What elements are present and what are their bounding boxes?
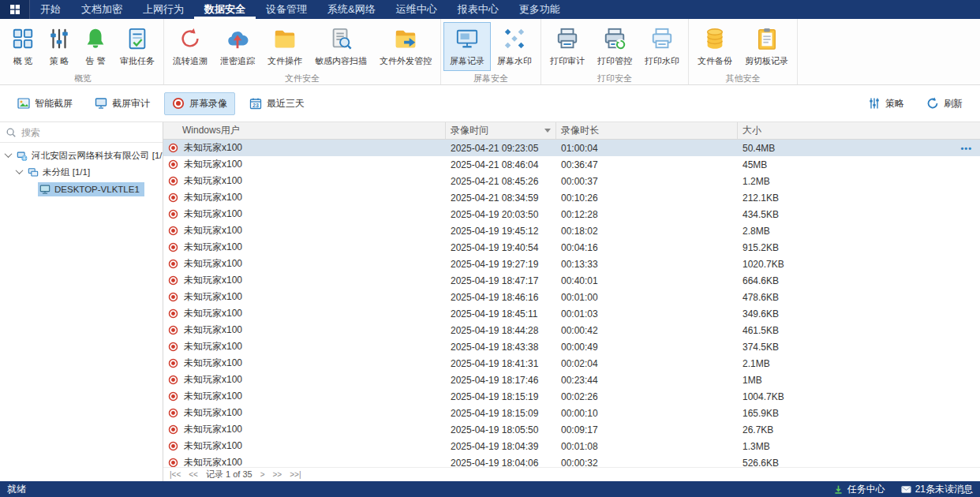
- table-row[interactable]: 未知玩家x100 2025-04-19 19:27:19 00:13:33 10…: [163, 256, 980, 272]
- table-row[interactable]: 未知玩家x100 2025-04-19 18:41:31 00:02:04 2.…: [163, 355, 980, 372]
- unread-messages-button[interactable]: 21条未读消息: [901, 483, 973, 496]
- next-page-button[interactable]: >: [260, 470, 265, 479]
- row-user: 未知玩家x100: [184, 456, 242, 467]
- last-page-button[interactable]: >>|: [290, 470, 301, 479]
- menubar-item[interactable]: 上网行为: [133, 0, 194, 19]
- row-duration: 00:36:47: [556, 159, 738, 170]
- ribbon-clipboard-record-button[interactable]: 剪切板记录: [739, 22, 795, 71]
- row-duration: 00:02:04: [556, 358, 738, 369]
- table-row[interactable]: 未知玩家x100 2025-04-19 18:17:46 00:23:44 1M…: [163, 372, 980, 388]
- task-center-button[interactable]: 任务中心: [833, 483, 885, 496]
- table-row[interactable]: 未知玩家x100 2025-04-19 18:15:09 00:00:10 16…: [163, 405, 980, 421]
- capture-audit-button[interactable]: 截屏审计: [87, 92, 158, 115]
- ribbon-alert-button[interactable]: 告 警: [77, 22, 114, 71]
- next2-page-button[interactable]: >>: [273, 470, 282, 479]
- menubar-item[interactable]: 设备管理: [256, 0, 317, 19]
- refresh-button[interactable]: 刷新: [918, 92, 971, 115]
- row-duration: 00:01:03: [556, 308, 738, 320]
- menubar-item[interactable]: 文档加密: [71, 0, 133, 19]
- row-size: 45MB: [742, 159, 767, 170]
- ribbon-leak-tracking-button[interactable]: 泄密追踪: [214, 22, 261, 71]
- first-page-button[interactable]: |<<: [170, 470, 181, 479]
- ribbon-file-outgoing-button[interactable]: 文件外发管控: [373, 22, 438, 71]
- table-row[interactable]: 未知玩家x100 2025-04-19 18:05:50 00:09:17 26…: [163, 421, 980, 438]
- ribbon-flow-trace-button[interactable]: 流转追溯: [166, 22, 214, 71]
- recordings-panel: Windows用户 录像时间 录像时长 大小 未知玩家x100 2025-04-…: [163, 122, 980, 481]
- menubar-item[interactable]: 数据安全: [194, 0, 256, 19]
- row-user: 未知玩家x100: [184, 390, 242, 403]
- row-time: 2025-04-19 18:04:39: [446, 441, 556, 452]
- ribbon-screen-record-button[interactable]: 屏幕记录: [443, 22, 491, 71]
- table-row[interactable]: 未知玩家x100 2025-04-21 08:34:59 00:10:26 21…: [163, 189, 980, 206]
- row-user-cell: 未知玩家x100: [163, 241, 446, 254]
- table-row[interactable]: 未知玩家x100 2025-04-19 18:46:16 00:01:00 47…: [163, 289, 980, 305]
- row-duration: 00:23:44: [556, 375, 738, 386]
- table-row[interactable]: 未知玩家x100 2025-04-19 19:40:54 00:04:16 91…: [163, 239, 980, 256]
- row-size: 664.6KB: [742, 275, 779, 286]
- record-icon: [168, 458, 178, 467]
- menubar-item[interactable]: 运维中心: [386, 0, 447, 19]
- recent-days-button[interactable]: 23最近三天: [241, 92, 312, 115]
- chevron-down-icon[interactable]: [5, 150, 13, 158]
- prev-page-button[interactable]: <<: [189, 470, 198, 479]
- row-size: 526.6KB: [742, 458, 779, 468]
- table-row[interactable]: 未知玩家x100 2025-04-19 19:45:12 00:18:02 2.…: [163, 222, 980, 239]
- row-user: 未知玩家x100: [184, 141, 242, 155]
- menubar-item[interactable]: 系统&网络: [317, 0, 386, 19]
- row-time: 2025-04-19 18:41:31: [446, 358, 556, 369]
- menubar-item[interactable]: 开始: [30, 0, 71, 19]
- table-row[interactable]: 未知玩家x100 2025-04-19 18:43:38 00:00:49 37…: [163, 338, 980, 355]
- ribbon-sensitive-scan-button[interactable]: 敏感内容扫描: [309, 22, 373, 71]
- table-row[interactable]: 未知玩家x100 2025-04-21 08:46:04 00:36:47 45…: [163, 156, 980, 173]
- table-body: 未知玩家x100 2025-04-21 09:23:05 01:00:04 50…: [163, 140, 980, 467]
- table-row[interactable]: 未知玩家x100 2025-04-19 18:47:17 00:40:01 66…: [163, 272, 980, 289]
- capture-audit-monitor-icon: [95, 97, 107, 110]
- screen-video-button[interactable]: 屏幕录像: [164, 92, 235, 115]
- column-header-size[interactable]: 大小: [738, 122, 980, 139]
- ribbon-screen-watermark-button[interactable]: 屏幕水印: [491, 22, 538, 71]
- search-input[interactable]: [21, 127, 157, 138]
- menubar-item[interactable]: 报表中心: [447, 0, 509, 19]
- table-row[interactable]: 未知玩家x100 2025-04-19 20:03:50 00:12:28 43…: [163, 206, 980, 222]
- tree-item-company[interactable]: 河北安固云网络科技有限公司 [1/1]: [0, 148, 163, 164]
- column-header-user[interactable]: Windows用户: [163, 122, 446, 139]
- ribbon-print-watermark-button[interactable]: 打印水印: [638, 22, 686, 71]
- page-label: 记录 1 of 35: [206, 469, 252, 480]
- search-box[interactable]: [0, 122, 163, 143]
- overview-grid-icon: [11, 27, 35, 50]
- more-actions-button[interactable]: •••: [960, 144, 972, 153]
- tree-item-ungrouped[interactable]: 未分组 [1/1]: [0, 164, 163, 181]
- print-audit-icon: [555, 27, 579, 50]
- policy-button[interactable]: 策略: [860, 92, 912, 115]
- record-icon: [168, 308, 178, 319]
- table-row[interactable]: 未知玩家x100 2025-04-19 18:44:28 00:00:42 46…: [163, 322, 980, 338]
- table-row[interactable]: 未知玩家x100 2025-04-19 18:45:11 00:01:03 34…: [163, 305, 980, 322]
- smart-capture-button[interactable]: 智能截屏: [9, 92, 80, 115]
- group-icon: [28, 167, 39, 178]
- ribbon-file-operation-button[interactable]: 文件操作: [261, 22, 309, 71]
- column-header-duration[interactable]: 录像时长: [556, 122, 738, 139]
- row-duration: 00:04:16: [556, 242, 738, 253]
- ribbon-file-backup-button[interactable]: 文件备份: [691, 22, 739, 71]
- table-row[interactable]: 未知玩家x100 2025-04-21 09:23:05 01:00:04 50…: [163, 140, 980, 156]
- menubar-item[interactable]: 更多功能: [509, 0, 570, 19]
- app-grid-icon: [9, 3, 21, 16]
- tree-item-computer[interactable]: DESKTOP-VLKTLE1: [0, 181, 163, 197]
- table-row[interactable]: 未知玩家x100 2025-04-19 18:04:06 00:00:32 52…: [163, 454, 980, 467]
- ribbon-policy-button[interactable]: 策 略: [41, 22, 77, 71]
- table-row[interactable]: 未知玩家x100 2025-04-19 18:04:39 00:01:08 1.…: [163, 438, 980, 454]
- ribbon-overview-button[interactable]: 概 览: [5, 22, 41, 71]
- ribbon-approval-tasks-button[interactable]: 审批任务: [114, 22, 161, 71]
- ribbon-print-audit-button[interactable]: 打印审计: [544, 22, 591, 71]
- row-duration: 00:10:26: [556, 192, 738, 204]
- table-row[interactable]: 未知玩家x100 2025-04-19 18:15:19 00:02:26 10…: [163, 388, 980, 405]
- table-row[interactable]: 未知玩家x100 2025-04-21 08:45:26 00:00:37 1.…: [163, 173, 980, 189]
- view-toolbar: 智能截屏 截屏审计 屏幕录像 23最近三天 策略 刷新: [0, 85, 980, 122]
- record-icon: [168, 342, 178, 352]
- chevron-down-icon[interactable]: [16, 166, 24, 174]
- ribbon-print-control-button[interactable]: 打印管控: [591, 22, 638, 71]
- app-menu-button[interactable]: [0, 0, 30, 19]
- column-header-time[interactable]: 录像时间: [446, 122, 556, 139]
- filter-dropdown-icon[interactable]: [544, 129, 551, 133]
- row-user: 未知玩家x100: [184, 158, 242, 171]
